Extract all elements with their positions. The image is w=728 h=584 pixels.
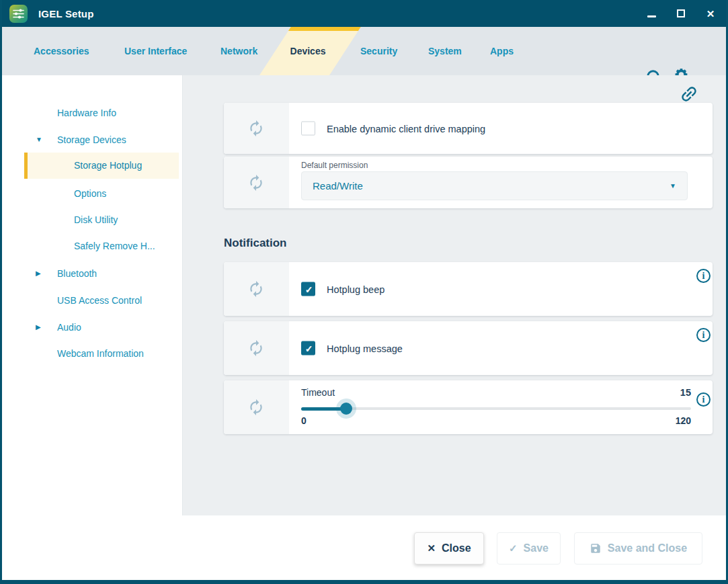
ddm-checkbox[interactable]	[301, 122, 315, 136]
sidebar-item-safely-remove[interactable]: Safely Remove H...	[74, 239, 155, 253]
chevron-down-icon: ▼	[670, 182, 676, 190]
default-permission-label: Default permission	[301, 161, 368, 170]
tab-user-interface[interactable]: User Interface	[124, 27, 187, 75]
reset-parameter-icon[interactable]	[247, 280, 265, 298]
section-title-notification: Notification	[224, 237, 287, 250]
hotplug-message-card: Hotplug message i	[224, 321, 713, 375]
save-disk-icon	[590, 542, 602, 554]
timeout-value: 15	[680, 387, 691, 398]
close-button[interactable]: ✕ Close	[414, 532, 484, 565]
close-x-icon: ✕	[427, 542, 436, 554]
igel-setup-window: IGEL Setup ✕ Accessories User Interface …	[0, 0, 728, 584]
slider-track[interactable]	[301, 407, 691, 410]
reset-parameter-icon[interactable]	[247, 174, 265, 192]
sidebar-selected-bar	[24, 153, 28, 179]
tab-devices[interactable]: Devices	[274, 27, 341, 75]
reset-strip	[224, 321, 289, 375]
reset-strip	[224, 157, 289, 208]
sidebar-item-storage-hotplug[interactable]: Storage Hotplug	[74, 159, 142, 172]
ddm-label: Enable dynamic client drive mapping	[327, 123, 485, 134]
footer: ✕ Close ✓ Save Save and Close	[2, 515, 726, 580]
timeout-min: 0	[301, 415, 307, 426]
content-panel: Enable dynamic client drive mapping Defa…	[183, 75, 726, 515]
save-button-label: Save	[524, 542, 549, 554]
hotplug-beep-card: Hotplug beep i	[224, 262, 713, 316]
tab-bar: Accessories User Interface Network Devic…	[2, 27, 726, 75]
maximize-icon	[677, 9, 685, 17]
close-button-label: Close	[442, 542, 471, 554]
window-title: IGEL Setup	[38, 8, 94, 19]
save-and-close-button-label: Save and Close	[608, 542, 687, 554]
close-window-button[interactable]: ✕	[704, 7, 717, 19]
reset-parameter-icon[interactable]	[247, 399, 265, 416]
sidebar-item-audio[interactable]: Audio	[57, 321, 81, 334]
info-icon[interactable]: i	[696, 328, 711, 342]
tab-system[interactable]: System	[428, 27, 462, 75]
maximize-button[interactable]	[675, 7, 687, 19]
chevron-down-icon[interactable]: ▼	[36, 133, 45, 147]
hotplug-beep-label: Hotplug beep	[327, 284, 385, 294]
app-logo-icon	[9, 5, 28, 23]
permission-card: Default permission Read/Write ▼	[224, 157, 713, 208]
sidebar-item-usb-access[interactable]: USB Access Control	[57, 294, 142, 307]
reset-strip	[224, 380, 289, 434]
sidebar-item-webcam-info[interactable]: Webcam Information	[57, 347, 144, 360]
default-permission-select[interactable]: Read/Write ▼	[301, 171, 688, 200]
select-value: Read/Write	[313, 180, 363, 192]
tab-accessories[interactable]: Accessories	[34, 27, 89, 75]
tab-network[interactable]: Network	[220, 27, 257, 75]
close-icon: ✕	[706, 9, 715, 19]
timeout-max: 120	[676, 415, 691, 426]
sidebar-item-options[interactable]: Options	[74, 187, 106, 200]
info-icon[interactable]: i	[696, 392, 711, 407]
timeout-slider-thumb[interactable]	[340, 403, 352, 415]
save-button[interactable]: ✓ Save	[497, 532, 561, 565]
save-and-close-button[interactable]: Save and Close	[574, 532, 702, 565]
reset-strip	[224, 103, 289, 154]
sidebar-item-storage-devices[interactable]: Storage Devices	[57, 133, 126, 147]
link-icon[interactable]	[679, 84, 699, 104]
reset-parameter-icon[interactable]	[247, 339, 265, 357]
hotplug-beep-checkbox[interactable]	[301, 282, 315, 296]
chevron-right-icon[interactable]: ▶	[36, 267, 45, 280]
timeout-slider[interactable]	[301, 403, 691, 415]
window-controls: ✕	[645, 0, 717, 27]
minimize-icon	[647, 15, 656, 17]
sidebar-item-bluetooth[interactable]: Bluetooth	[57, 267, 97, 280]
timeout-card: Timeout 15 0 120 i	[224, 380, 713, 434]
sidebar: Hardware Info ▼ Storage Devices Storage …	[2, 75, 183, 515]
sidebar-item-disk-utility[interactable]: Disk Utility	[74, 213, 118, 226]
tab-apps[interactable]: Apps	[490, 27, 514, 75]
hotplug-message-label: Hotplug message	[327, 343, 403, 353]
hotplug-message-checkbox[interactable]	[301, 341, 315, 356]
minimize-button[interactable]	[645, 7, 657, 19]
timeout-label: Timeout	[301, 387, 335, 398]
ddm-card: Enable dynamic client drive mapping	[224, 103, 713, 154]
save-check-icon: ✓	[509, 542, 518, 554]
sidebar-item-hardware-info[interactable]: Hardware Info	[57, 106, 116, 120]
info-icon[interactable]: i	[696, 269, 711, 283]
chevron-right-icon[interactable]: ▶	[36, 321, 45, 334]
tab-security[interactable]: Security	[360, 27, 397, 75]
titlebar: IGEL Setup ✕	[2, 0, 726, 27]
reset-strip	[224, 262, 289, 316]
reset-parameter-icon[interactable]	[247, 120, 265, 137]
